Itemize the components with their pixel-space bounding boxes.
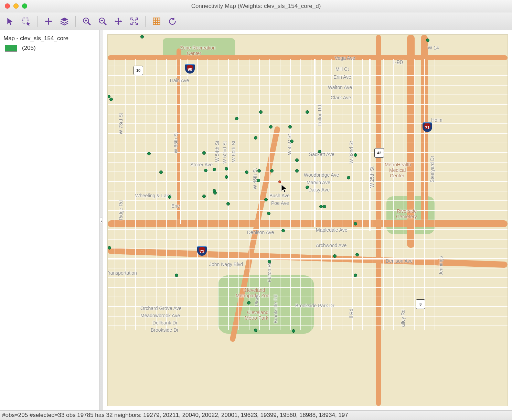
data-point[interactable] <box>175 274 178 277</box>
data-point[interactable] <box>147 152 151 155</box>
map-canvas[interactable]: Zone RecreationCenterVega AveI-90Mill Ct… <box>107 34 508 406</box>
selected-data-point[interactable] <box>278 180 281 183</box>
data-point[interactable] <box>257 169 261 173</box>
map-label: Walton Ave <box>328 85 352 90</box>
data-point[interactable] <box>168 195 171 199</box>
svg-line-12 <box>135 22 136 23</box>
splitter-handle[interactable]: ◂ <box>100 30 103 410</box>
data-point[interactable] <box>426 38 429 42</box>
street-minor <box>424 59 425 330</box>
pan-icon[interactable] <box>111 14 125 28</box>
data-point[interactable] <box>290 140 294 143</box>
data-point[interactable] <box>355 253 359 256</box>
street-minor <box>108 152 508 153</box>
data-point[interactable] <box>306 110 309 114</box>
zoom-out-icon[interactable] <box>96 14 109 28</box>
layers-icon[interactable] <box>57 14 71 28</box>
data-point[interactable] <box>108 246 111 250</box>
street-minor <box>108 268 508 268</box>
legend-entry[interactable]: (205) <box>5 45 96 52</box>
street-minor <box>115 59 115 330</box>
basemap-icon[interactable] <box>150 14 163 28</box>
street-minor <box>228 59 229 330</box>
select-rect-icon[interactable] <box>19 14 33 28</box>
map-label: il Rd <box>349 309 354 318</box>
map-label: Daisy Ave <box>308 187 330 192</box>
street-minor <box>108 123 508 124</box>
data-point[interactable] <box>268 260 271 263</box>
data-point[interactable] <box>254 329 257 332</box>
data-point[interactable] <box>318 150 321 153</box>
data-point[interactable] <box>354 274 357 277</box>
data-point[interactable] <box>213 168 216 171</box>
add-icon[interactable] <box>42 14 55 28</box>
data-point[interactable] <box>269 125 273 129</box>
highway <box>108 220 508 227</box>
data-point[interactable] <box>354 222 357 225</box>
zoom-in-icon[interactable] <box>80 14 94 28</box>
data-point[interactable] <box>267 212 270 215</box>
street-minor <box>108 248 508 249</box>
map-label: Cleveland <box>247 310 268 315</box>
map-label: W 25th St <box>369 167 375 188</box>
data-point[interactable] <box>354 153 357 157</box>
map-viewport[interactable]: Zone RecreationCenterVega AveI-90Mill Ct… <box>103 30 512 410</box>
street-minor <box>108 220 508 220</box>
street-minor <box>383 59 384 330</box>
highway <box>108 55 508 60</box>
data-point[interactable] <box>245 170 248 174</box>
data-point[interactable] <box>159 170 163 174</box>
route-shield: 90 <box>185 64 195 74</box>
pointer-icon[interactable] <box>3 14 17 28</box>
data-point[interactable] <box>333 254 337 258</box>
data-point[interactable] <box>323 205 326 208</box>
data-point[interactable] <box>306 186 309 189</box>
data-point[interactable] <box>295 158 299 162</box>
street-minor <box>414 59 415 330</box>
map-label: W 73rd St <box>118 113 124 134</box>
street-minor <box>108 85 508 86</box>
data-point[interactable] <box>235 117 238 120</box>
data-point[interactable] <box>226 202 230 206</box>
street-minor <box>311 59 311 330</box>
street-minor <box>108 277 508 278</box>
route-shield: 3 <box>416 299 425 309</box>
data-point[interactable] <box>225 175 228 179</box>
data-point[interactable] <box>270 169 274 173</box>
street-minor <box>108 191 508 191</box>
map-label: Brookside Rd <box>273 295 278 323</box>
data-point[interactable] <box>257 179 260 182</box>
data-point[interactable] <box>140 35 144 38</box>
data-point[interactable] <box>281 229 285 232</box>
map-label: Vega Ave <box>335 55 355 61</box>
map-label: Mill Ct <box>335 66 349 72</box>
data-point[interactable] <box>264 198 268 201</box>
data-point[interactable] <box>225 167 228 170</box>
map-label: Transportation <box>107 270 137 276</box>
data-point[interactable] <box>213 191 217 195</box>
data-point[interactable] <box>292 329 295 333</box>
street-minor <box>352 59 353 330</box>
data-point[interactable] <box>254 136 257 140</box>
map-label: Steelyard Dr <box>429 156 435 183</box>
fit-extent-icon[interactable] <box>127 14 141 28</box>
street-minor <box>108 104 508 105</box>
legend-title: Map - clev_sls_154_core <box>3 35 96 42</box>
data-point[interactable] <box>288 125 292 129</box>
map-label: Medical <box>389 167 406 173</box>
street-minor <box>108 114 508 114</box>
data-point[interactable] <box>204 169 207 172</box>
data-point[interactable] <box>347 176 350 179</box>
street-minor <box>108 229 508 230</box>
map-label: Brookside Dr <box>151 327 179 333</box>
route-shield: 71 <box>197 246 207 256</box>
data-point[interactable] <box>247 301 250 305</box>
data-point[interactable] <box>295 169 299 173</box>
map-label: MetroHealth <box>385 162 411 167</box>
data-point[interactable] <box>319 205 323 208</box>
refresh-icon[interactable] <box>166 14 179 28</box>
data-point[interactable] <box>109 98 113 101</box>
data-point[interactable] <box>259 110 263 114</box>
data-point[interactable] <box>202 195 206 198</box>
data-point[interactable] <box>202 151 206 155</box>
